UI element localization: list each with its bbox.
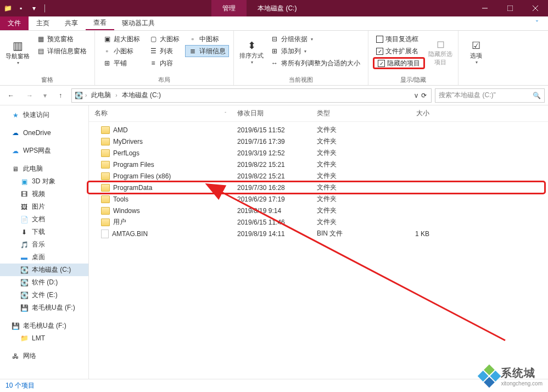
- sort-by-button[interactable]: ⬍ 排序方式 ▾: [238, 33, 265, 71]
- hidden-items-toggle[interactable]: ✓隐藏的项目: [373, 57, 425, 69]
- refresh-icon[interactable]: ⟳: [421, 92, 427, 99]
- item-count: 10 个项目: [5, 381, 35, 390]
- column-name[interactable]: 名称ˆ: [94, 109, 237, 118]
- video-icon: 🎞: [20, 190, 29, 199]
- file-name: MyDrivers: [113, 138, 143, 145]
- file-name: ProgramData: [113, 184, 152, 192]
- add-columns-button[interactable]: ⊞添加列▾: [267, 45, 364, 57]
- layout-small[interactable]: ▫小图标: [99, 45, 143, 57]
- item-checkboxes-toggle[interactable]: 项目复选框: [373, 33, 425, 45]
- sidebar-lmt[interactable]: 📁LMT: [0, 332, 88, 344]
- column-date[interactable]: 修改日期: [237, 109, 317, 118]
- file-date: 2019/8/19 9:14: [237, 207, 317, 215]
- column-type[interactable]: 类型: [317, 109, 380, 118]
- watermark-url: xitongcheng.com: [501, 380, 543, 387]
- watermark-text: 系统城: [501, 366, 543, 380]
- folder-icon: [101, 219, 110, 226]
- tab-file[interactable]: 文件: [0, 16, 29, 30]
- tab-home[interactable]: 主页: [29, 16, 57, 30]
- tab-view[interactable]: 查看: [86, 16, 114, 30]
- addressbar[interactable]: 💽 › 此电脑 › 本地磁盘 (C:) v ⟳: [71, 88, 432, 103]
- sidebar-usb-f[interactable]: 💾老毛桃U盘 (F:): [0, 301, 88, 314]
- minimize-button[interactable]: [472, 0, 497, 16]
- pc-icon: 🖥: [11, 165, 20, 173]
- addr-dropdown-icon[interactable]: v: [415, 92, 418, 99]
- file-name: Program Files: [113, 161, 154, 169]
- qat-dropdown[interactable]: ▾: [30, 4, 38, 13]
- nav-pane-label: 导航窗格: [5, 52, 30, 60]
- forward-button[interactable]: →: [22, 88, 37, 103]
- layout-large[interactable]: ▢大图标: [146, 33, 183, 45]
- sidebar-documents[interactable]: 📄文档: [0, 213, 88, 226]
- sidebar-videos[interactable]: 🎞视频: [0, 188, 88, 200]
- layout-extra-large[interactable]: ▣超大图标: [99, 33, 143, 45]
- details-pane-button[interactable]: ▤详细信息窗格: [33, 45, 90, 57]
- drive-icon: 💽: [20, 278, 29, 287]
- desktop-icon: ▬: [20, 253, 29, 262]
- sidebar-quick-access[interactable]: ★快速访问: [0, 109, 88, 121]
- properties-icon[interactable]: ▪: [16, 4, 25, 13]
- cloud-icon: ☁: [11, 128, 20, 137]
- file-date: 2019/6/15 11:52: [237, 126, 317, 134]
- file-row[interactable]: 用户2019/6/15 11:46文件夹: [89, 216, 548, 228]
- back-button[interactable]: ←: [3, 88, 19, 103]
- file-row[interactable]: MyDrivers2019/7/16 17:39文件夹: [89, 136, 548, 147]
- file-list: AMD2019/6/15 11:52文件夹MyDrivers2019/7/16 …: [89, 122, 548, 379]
- sidebar-downloads[interactable]: ⬇下载: [0, 226, 88, 238]
- file-row[interactable]: AMD2019/6/15 11:52文件夹: [89, 124, 548, 136]
- document-icon: 📄: [20, 215, 29, 224]
- file-row[interactable]: Program Files2019/8/22 15:21文件夹: [89, 159, 548, 170]
- group-by-button[interactable]: ⊟分组依据▾: [267, 33, 364, 45]
- close-button[interactable]: [523, 0, 548, 16]
- maximize-button[interactable]: [497, 0, 523, 16]
- sidebar-soft-d[interactable]: 💽软件 (D:): [0, 276, 88, 289]
- file-row[interactable]: AMTAG.BIN2019/8/19 14:11BIN 文件1 KB: [89, 228, 548, 239]
- file-type: 文件夹: [317, 148, 380, 158]
- sidebar-local-c[interactable]: 💽本地磁盘 (C:): [0, 264, 88, 276]
- file-row[interactable]: Tools2019/6/29 17:19文件夹: [89, 193, 548, 205]
- nav-pane-button[interactable]: ▥ 导航窗格 ▾: [4, 33, 31, 71]
- crumb-drive[interactable]: 本地磁盘 (C:): [120, 91, 163, 100]
- column-size[interactable]: 大小: [380, 109, 429, 118]
- layout-medium[interactable]: ▫中图标: [185, 33, 229, 45]
- file-row[interactable]: Program Files (x86)2019/8/22 15:21文件夹: [89, 170, 548, 182]
- layout-list[interactable]: ☰列表: [146, 45, 183, 57]
- hide-selected-button[interactable]: ◻ 隐藏所选项目: [427, 33, 454, 71]
- sidebar-file-e[interactable]: 💽文件 (E:): [0, 289, 88, 301]
- sidebar-3d-objects[interactable]: ▣3D 对象: [0, 175, 88, 188]
- sidebar-usb-f2[interactable]: 💾老毛桃U盘 (F:): [0, 320, 88, 332]
- sidebar-wps[interactable]: ☁WPS网盘: [0, 144, 88, 157]
- usb-icon: 💾: [20, 304, 29, 312]
- options-button[interactable]: ☑ 选项 ▾: [463, 33, 489, 71]
- ribbon-toggle-button[interactable]: ˇ: [526, 16, 548, 30]
- folder-icon: [101, 126, 110, 134]
- up-button[interactable]: ↑: [53, 88, 68, 103]
- file-type: BIN 文件: [317, 229, 380, 238]
- sidebar-network[interactable]: 🖧网络: [0, 350, 88, 362]
- file-date: 2019/8/19 14:11: [237, 230, 317, 238]
- layout-details[interactable]: ≣详细信息: [185, 45, 229, 57]
- picture-icon: 🖼: [20, 203, 29, 211]
- crumb-this-pc[interactable]: 此电脑: [89, 91, 113, 100]
- sidebar-onedrive[interactable]: ☁OneDrive: [0, 127, 88, 139]
- sidebar-pictures[interactable]: 🖼图片: [0, 200, 88, 213]
- tab-share[interactable]: 共享: [57, 16, 86, 30]
- window-title: 本地磁盘 (C:): [247, 4, 307, 13]
- file-row[interactable]: PerfLogs2019/3/19 12:52文件夹: [89, 147, 548, 159]
- layout-tiles[interactable]: ⊞平铺: [99, 57, 143, 69]
- tab-drive-tools[interactable]: 驱动器工具: [114, 16, 163, 30]
- search-input[interactable]: 搜索"本地磁盘 (C:)" 🔍: [435, 88, 545, 103]
- file-date: 2019/3/19 12:52: [237, 149, 317, 157]
- sidebar-desktop[interactable]: ▬桌面: [0, 251, 88, 264]
- preview-pane-button[interactable]: ▦预览窗格: [33, 33, 90, 45]
- file-row[interactable]: ProgramData2019/7/30 16:28文件夹: [88, 182, 545, 193]
- file-type: 文件夹: [317, 206, 380, 215]
- recent-dropdown[interactable]: ▾: [41, 88, 49, 103]
- file-row[interactable]: Windows2019/8/19 9:14文件夹: [89, 205, 548, 216]
- sidebar-this-pc[interactable]: 🖥此电脑: [0, 163, 88, 175]
- sidebar-music[interactable]: 🎵音乐: [0, 238, 88, 251]
- file-type: 文件夹: [317, 125, 380, 135]
- file-extensions-toggle[interactable]: ✓文件扩展名: [373, 45, 425, 57]
- layout-content[interactable]: ≡内容: [146, 57, 183, 69]
- size-columns-button[interactable]: ↔将所有列调整为合适的大小: [267, 57, 364, 69]
